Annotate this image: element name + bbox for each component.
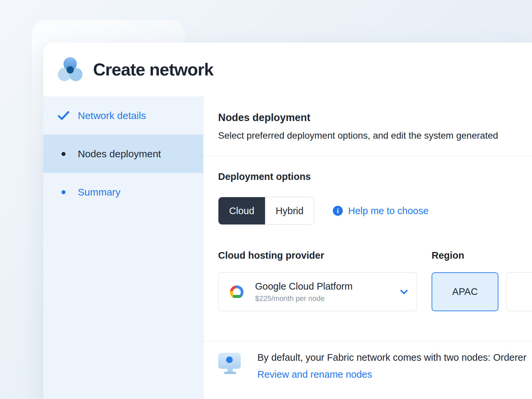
nodes-note: By default, your Fabric network comes wi… xyxy=(203,341,532,380)
create-network-card: Create network Network details Nodes dep… xyxy=(43,43,532,399)
provider-name: Google Cloud Platform xyxy=(255,281,352,292)
note-text-block: By default, your Fabric network comes wi… xyxy=(257,352,526,380)
field-labels-row: Cloud hosting provider Region xyxy=(218,250,532,261)
sidebar-item-label: Summary xyxy=(78,187,120,198)
app-logo-icon xyxy=(58,57,82,82)
sidebar-item-label: Nodes deployment xyxy=(78,148,161,160)
toggle-option-cloud[interactable]: Cloud xyxy=(218,197,265,224)
region-label: Region xyxy=(432,250,464,261)
provider-dropdown[interactable]: Google Cloud Platform $225/month per nod… xyxy=(218,272,417,311)
provider-price: $225/month per node xyxy=(255,294,352,303)
help-me-choose-link[interactable]: i Help me to choose xyxy=(333,205,429,216)
sidebar-item-summary[interactable]: Summary xyxy=(43,173,203,211)
provider-selected-value: Google Cloud Platform $225/month per nod… xyxy=(255,281,352,303)
deployment-toggle: Cloud Hybrid xyxy=(218,197,314,225)
review-rename-nodes-link[interactable]: Review and rename nodes xyxy=(257,369,526,380)
chevron-down-icon xyxy=(400,289,408,295)
wizard-steps-sidebar: Network details Nodes deployment Summary xyxy=(43,96,203,399)
check-icon xyxy=(57,111,70,121)
page-title: Create network xyxy=(93,60,213,79)
section-subtitle: Select preferred deployment options, and… xyxy=(218,130,532,141)
toggle-option-hybrid[interactable]: Hybrid xyxy=(265,197,314,224)
monitor-icon xyxy=(218,352,242,374)
deployment-options-label: Deployment options xyxy=(218,156,532,182)
sidebar-item-nodes-deployment[interactable]: Nodes deployment xyxy=(43,135,203,173)
main-panel: Nodes deployment Select preferred deploy… xyxy=(203,96,532,399)
bullet-icon xyxy=(57,190,70,194)
region-options: APAC EU xyxy=(432,272,532,311)
provider-label: Cloud hosting provider xyxy=(218,250,432,261)
help-link-label: Help me to choose xyxy=(348,205,429,216)
section-heading: Nodes deployment xyxy=(218,96,532,124)
region-option-apac[interactable]: APAC xyxy=(432,272,498,311)
deployment-toggle-row: Cloud Hybrid i Help me to choose xyxy=(218,197,532,225)
google-cloud-logo-icon xyxy=(227,283,246,301)
header: Create network xyxy=(43,43,532,96)
sidebar-item-label: Network details xyxy=(78,110,146,121)
info-icon: i xyxy=(333,206,343,216)
sidebar-item-network-details[interactable]: Network details xyxy=(43,96,203,135)
note-text: By default, your Fabric network comes wi… xyxy=(257,352,526,363)
fields-row: Google Cloud Platform $225/month per nod… xyxy=(218,272,532,311)
region-option-eu[interactable]: EU xyxy=(506,272,532,311)
bullet-icon xyxy=(57,152,70,156)
